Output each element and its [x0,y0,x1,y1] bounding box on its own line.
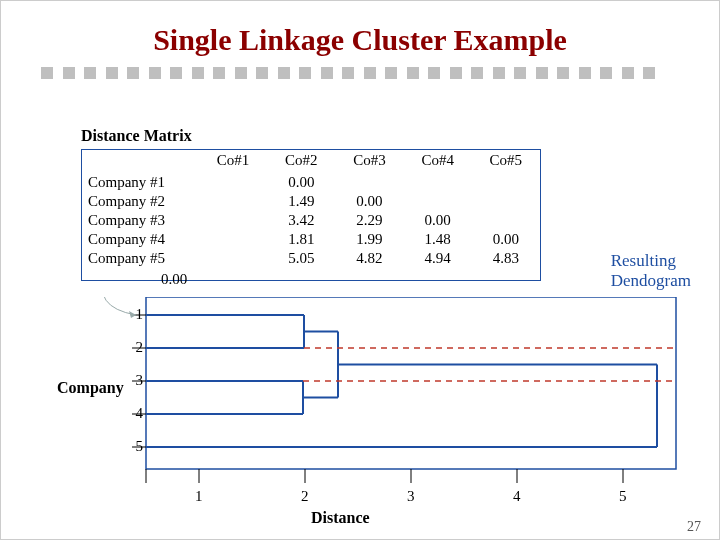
table-row: Company #3 3.42 2.29 0.00 [82,211,540,230]
decorative-square-row [41,67,679,79]
row-label: Company #1 [82,173,199,192]
svg-rect-0 [146,297,676,469]
row-label: Company #3 [82,211,199,230]
col-header: Co#5 [472,150,540,173]
row-label: Company #5 [82,249,199,268]
distance-matrix-box: Co#1 Co#2 Co#3 Co#4 Co#5 Company #1 0.00… [81,149,541,281]
col-header: Co#3 [335,150,403,173]
table-row: Company #1 0.00 [82,173,540,192]
col-header: Co#4 [404,150,472,173]
col-header: Co#1 [199,150,267,173]
row-label: Company #2 [82,192,199,211]
dendrogram-plot [56,297,686,517]
dendrogram-label: Resulting Dendogram [611,251,691,292]
table-row: Company #5 5.05 4.82 4.94 4.83 [82,249,540,268]
distance-matrix-table: Co#1 Co#2 Co#3 Co#4 Co#5 Company #1 0.00… [82,150,540,268]
table-row: Company #2 1.49 0.00 [82,192,540,211]
col-header: Co#2 [267,150,335,173]
slide-title: Single Linkage Cluster Example [1,23,719,57]
stray-value: 0.00 [161,271,187,288]
row-label: Company #4 [82,230,199,249]
page-number: 27 [687,519,701,535]
table-row: Company #4 1.81 1.99 1.48 0.00 [82,230,540,249]
table-header-row: Co#1 Co#2 Co#3 Co#4 Co#5 [82,150,540,173]
matrix-heading: Distance Matrix [81,127,192,145]
